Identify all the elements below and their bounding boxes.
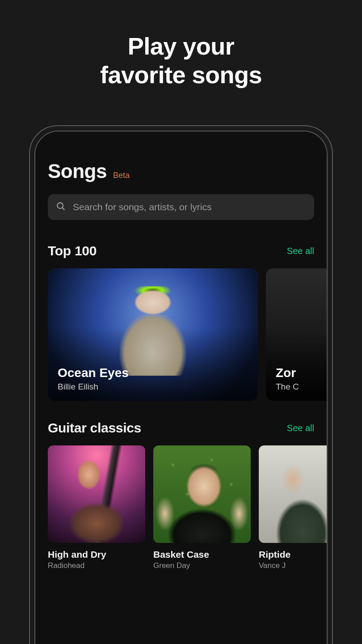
song-thumbnail [48,445,145,543]
search-placeholder: Search for songs, artists, or lyrics [73,202,211,212]
song-card[interactable]: Riptide Vance J [259,445,327,570]
song-title: Riptide [259,549,327,560]
promo-headline: Play your favorite songs [0,0,362,89]
search-input[interactable]: Search for songs, artists, or lyrics [48,194,314,220]
promo-line-2: favorite songs [0,61,362,89]
song-card[interactable]: Basket Case Green Day [153,445,251,570]
song-card[interactable]: High and Dry Radiohead [48,445,145,570]
page-header: Songs Beta [35,160,327,182]
section-header: Guitar classics See all [35,420,327,436]
section-guitar-classics: Guitar classics See all High and Dry Rad… [35,420,327,570]
beta-badge: Beta [113,171,130,180]
search-icon [56,201,66,213]
section-title: Guitar classics [48,420,141,436]
see-all-link[interactable]: See all [287,423,314,433]
song-thumbnail [259,445,327,543]
song-title: Ocean Eyes [58,366,248,380]
song-artist: The C [276,382,327,392]
song-card[interactable]: Ocean Eyes Billie Eilish [48,268,258,401]
song-title: Basket Case [153,549,251,560]
page-title: Songs [48,160,107,182]
song-card[interactable]: Zor The C [266,268,327,401]
see-all-link[interactable]: See all [287,246,314,256]
svg-line-1 [63,208,65,210]
section-title: Top 100 [48,243,97,258]
section-header: Top 100 See all [35,243,327,258]
song-artist: Radiohead [48,561,145,570]
device-inner-frame: Songs Beta Search for songs, artists, or… [34,131,328,644]
song-artist: Green Day [153,561,251,570]
top-100-carousel[interactable]: Ocean Eyes Billie Eilish Zor The C [35,268,327,401]
song-title: Zor [276,366,327,380]
svg-point-0 [57,203,63,208]
promo-line-1: Play your [0,32,362,61]
song-artist: Vance J [259,561,327,570]
song-artist: Billie Eilish [58,382,248,392]
song-thumbnail [153,445,251,543]
section-top-100: Top 100 See all Ocean Eyes Billie Eilish… [35,243,327,401]
song-title: High and Dry [48,549,145,560]
app-screen: Songs Beta Search for songs, artists, or… [35,131,327,644]
guitar-classics-carousel[interactable]: High and Dry Radiohead Basket Case Green… [35,445,327,570]
device-frame: Songs Beta Search for songs, artists, or… [29,125,333,644]
